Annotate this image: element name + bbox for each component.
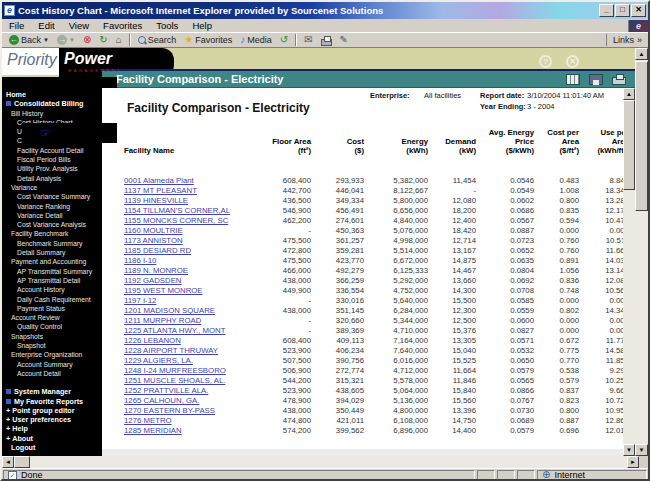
- links-bar[interactable]: Links »: [606, 34, 648, 46]
- panel-scroll-down-icon[interactable]: ▼: [623, 444, 635, 456]
- home-button[interactable]: ⌂: [112, 35, 126, 45]
- panel-scroll-up-icon[interactable]: ▲: [623, 88, 635, 100]
- sidebar-item[interactable]: Facility Account Detail: [2, 146, 117, 155]
- sidebar-item[interactable]: Utility Prov. Analysis: [2, 164, 117, 173]
- facility-link[interactable]: 1192 GADSDEN: [124, 276, 182, 285]
- menu-tools[interactable]: Tools: [149, 20, 185, 31]
- facility-link[interactable]: 1265 CALHOUN, GA.: [124, 396, 199, 405]
- facility-link[interactable]: 1211 MURPHY ROAD: [124, 316, 201, 325]
- sidebar-item[interactable]: Daily Cash Requirement: [2, 295, 117, 304]
- sidebar-item[interactable]: Enterprise Organization: [2, 350, 117, 359]
- facility-link[interactable]: 1252 PRATTVILLE ALA.: [124, 386, 208, 395]
- close-button[interactable]: ✕: [631, 4, 646, 17]
- sidebar-item[interactable]: Variance: [2, 183, 117, 192]
- sidebar-item[interactable]: Account Summary: [2, 360, 117, 369]
- sidebar-item[interactable]: Variance Ranking: [2, 202, 117, 211]
- panel-scroll-thumb[interactable]: [623, 100, 635, 190]
- sidebar-item[interactable]: Bill History: [2, 109, 117, 118]
- facility-link[interactable]: 1160 MOULTRIE: [124, 226, 183, 235]
- facility-link[interactable]: 1285 MERIDIAN: [124, 426, 182, 435]
- sidebar-item[interactable]: AP Transmittal Detail: [2, 276, 117, 285]
- sidebar-item[interactable]: Home: [2, 90, 117, 99]
- sidebar-item[interactable]: Fiscal Period Bills: [2, 155, 117, 164]
- panel-vertical-scrollbar[interactable]: ▲ ▼: [623, 88, 635, 456]
- browser-horizontal-scrollbar[interactable]: ◄ ►: [2, 456, 639, 468]
- sidebar-item[interactable]: Consolidated Billing: [2, 99, 117, 108]
- facility-link[interactable]: 1276 METRO: [124, 416, 172, 425]
- facility-link[interactable]: 1155 MONCKS CORNER, SC: [124, 216, 228, 225]
- sidebar-item[interactable]: +About: [2, 434, 117, 443]
- minimize-button[interactable]: _: [599, 4, 614, 17]
- export-icon[interactable]: [566, 74, 580, 85]
- sidebar-item[interactable]: Cost Variance Analysis: [2, 220, 117, 229]
- back-dropdown-icon[interactable]: ▼: [43, 35, 49, 45]
- sidebar-item[interactable]: Account Detail: [2, 369, 117, 378]
- sidebar-item[interactable]: Account History: [2, 285, 117, 294]
- menu-file[interactable]: File: [2, 20, 31, 31]
- scroll-up-icon[interactable]: ▲: [635, 48, 648, 60]
- sidebar-item[interactable]: +Point group editor: [2, 406, 117, 415]
- hscroll-thumb[interactable]: [14, 456, 30, 468]
- sidebar-item[interactable]: Payment Status: [2, 304, 117, 313]
- save-icon[interactable]: [589, 74, 603, 85]
- sidebar-item[interactable]: System Manager: [2, 387, 117, 396]
- sidebar-item[interactable]: Detail Analysis: [2, 174, 117, 183]
- facility-link[interactable]: 1189 N. MONROE: [124, 266, 188, 275]
- facility-link[interactable]: 1137 MT PLEASANT: [124, 186, 197, 195]
- browser-vertical-scrollbar[interactable]: ▲ ▼: [635, 48, 648, 456]
- sidebar-item[interactable]: Payment and Accounting: [2, 257, 117, 266]
- sidebar-item[interactable]: My Favorite Reports: [2, 397, 117, 406]
- sidebar-item[interactable]: +User preferences: [2, 415, 117, 424]
- sidebar-item[interactable]: Snapshot: [2, 341, 117, 350]
- facility-link[interactable]: 1225 ATLANTA HWY., MONT: [124, 326, 225, 335]
- facility-link[interactable]: 1195 WEST MONROE: [124, 286, 203, 295]
- scroll-left-icon[interactable]: ◄: [2, 456, 14, 468]
- print-report-icon[interactable]: [612, 77, 626, 85]
- forward-button[interactable]: → ▼: [53, 35, 79, 45]
- facility-link[interactable]: 1201 MADISON SQUARE: [124, 306, 215, 315]
- menu-edit[interactable]: Edit: [31, 20, 61, 31]
- facility-link[interactable]: 1248 I-24 MURFREESBORO: [124, 366, 226, 375]
- sidebar-item[interactable]: Facility Benchmark: [2, 229, 117, 238]
- facility-link[interactable]: 1229 ALGIERS, LA.: [124, 356, 193, 365]
- scroll-thumb[interactable]: [635, 61, 648, 211]
- facility-link[interactable]: 1197 I-12: [124, 296, 156, 305]
- sidebar-item[interactable]: AP Transmittal Summary: [2, 267, 117, 276]
- search-button[interactable]: Search: [134, 35, 181, 45]
- menu-view[interactable]: View: [62, 20, 96, 31]
- back-button[interactable]: ← Back ▼: [5, 35, 53, 45]
- sidebar-item[interactable]: Cost Variance Summary: [2, 192, 117, 201]
- facility-link[interactable]: 1154 TILLMAN'S CORNER,AL: [124, 206, 230, 215]
- sidebar-item[interactable]: Quality Control: [2, 322, 117, 331]
- app-help-button[interactable]: ?: [539, 55, 552, 68]
- sidebar-item[interactable]: Detail Summary: [2, 248, 117, 257]
- facility-link[interactable]: 1186 I-10: [124, 256, 156, 265]
- facility-link[interactable]: 1251 MUSCLE SHOALS, AL.: [124, 376, 225, 385]
- maximize-button[interactable]: □: [615, 4, 630, 17]
- menu-help[interactable]: Help: [185, 20, 219, 31]
- app-close-button[interactable]: ✕: [566, 55, 579, 68]
- facility-link[interactable]: 1270 EASTERN BY-PASS: [124, 406, 215, 415]
- edit-button[interactable]: ✎: [336, 35, 352, 45]
- sidebar-item[interactable]: Variance Detail: [2, 211, 117, 220]
- forward-dropdown-icon[interactable]: ▼: [69, 35, 75, 45]
- mail-button[interactable]: ✉: [300, 35, 316, 45]
- title-bar[interactable]: e Cost History Chart - Microsoft Interne…: [2, 2, 648, 19]
- stop-button[interactable]: ⊗: [79, 35, 95, 45]
- sidebar-item[interactable]: Snapshots: [2, 332, 117, 341]
- sidebar-item[interactable]: Account Review: [2, 313, 117, 322]
- facility-link[interactable]: 1226 LEBANON: [124, 336, 181, 345]
- sidebar-item[interactable]: +Help: [2, 424, 117, 433]
- facility-link[interactable]: 1173 ANNISTON: [124, 236, 183, 245]
- facility-link[interactable]: 0001 Alameda Plant: [124, 176, 194, 185]
- facility-link[interactable]: 1139 HINESVILLE: [124, 196, 188, 205]
- scroll-right-icon[interactable]: ►: [627, 456, 639, 468]
- refresh-button[interactable]: ↻: [95, 35, 111, 45]
- scroll-down-icon[interactable]: ▼: [635, 444, 648, 456]
- facility-link[interactable]: 1228 AIRPORT THRUWAY: [124, 346, 218, 355]
- menu-favorites[interactable]: Favorites: [96, 20, 149, 31]
- sidebar-item[interactable]: Benchmark Summary: [2, 239, 117, 248]
- favorites-button[interactable]: ★ Favorites: [180, 35, 236, 45]
- history-button[interactable]: ↺: [276, 35, 292, 45]
- media-button[interactable]: ♪ Media: [236, 35, 276, 45]
